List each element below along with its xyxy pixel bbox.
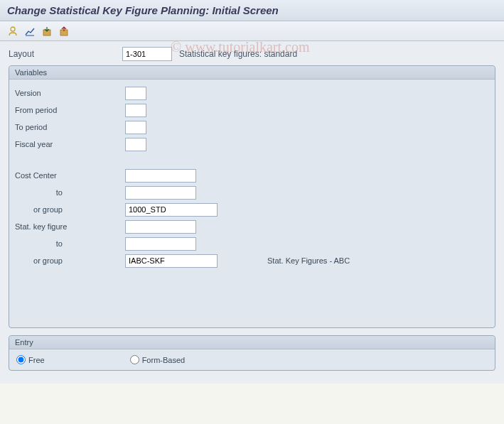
stat-key-figure-group-label: or group [15, 256, 125, 265]
fiscal-year-label: Fiscal year [15, 140, 125, 148]
entry-free-radio[interactable]: Free [16, 355, 45, 364]
stat-key-figure-to-input[interactable] [125, 237, 196, 251]
stat-key-figure-group-input[interactable] [125, 254, 218, 268]
fiscal-year-input[interactable] [125, 138, 146, 151]
layout-label: Layout [9, 49, 122, 59]
cost-center-group-label: or group [15, 205, 125, 214]
stat-key-figure-group-desc: Stat. Key Figures - ABC [267, 256, 350, 265]
layout-input[interactable] [122, 47, 172, 61]
chart-icon[interactable] [23, 24, 37, 38]
cost-center-to-input[interactable] [125, 186, 196, 200]
variables-group: Variables Version From period To period … [9, 65, 495, 328]
entry-form-based-input[interactable] [130, 355, 139, 364]
stat-key-figure-input[interactable] [125, 220, 196, 234]
version-input[interactable] [125, 87, 146, 100]
toolbar [0, 21, 504, 41]
from-period-input[interactable] [125, 104, 146, 117]
entry-title: Entry [9, 336, 495, 349]
cost-center-input[interactable] [125, 169, 196, 183]
entry-group: Entry Free Form-Based [9, 335, 495, 371]
version-label: Version [15, 89, 125, 97]
variables-title: Variables [9, 66, 495, 80]
package-in-icon[interactable] [40, 24, 54, 38]
from-period-label: From period [15, 106, 125, 114]
layout-row: Layout Statistical key figures: standard [9, 47, 495, 61]
entry-free-input[interactable] [16, 355, 26, 364]
entry-free-label: Free [28, 356, 45, 364]
to-period-input[interactable] [125, 121, 146, 134]
to-period-label: To period [15, 123, 125, 131]
package-out-icon[interactable] [57, 24, 71, 38]
cost-center-group-input[interactable] [125, 203, 218, 217]
entry-form-based-radio[interactable]: Form-Based [130, 355, 186, 364]
page-title: Change Statistical Key Figure Planning: … [0, 0, 504, 21]
cost-center-label: Cost Center [15, 171, 125, 180]
content-area: Layout Statistical key figures: standard… [0, 41, 504, 384]
person-icon[interactable] [6, 24, 20, 38]
layout-description: Statistical key figures: standard [179, 49, 297, 59]
svg-point-0 [11, 27, 15, 31]
cost-center-to-label: to [15, 188, 125, 197]
stat-key-figure-to-label: to [15, 239, 125, 248]
stat-key-figure-label: Stat. key figure [15, 222, 125, 231]
entry-form-based-label: Form-Based [142, 356, 186, 364]
